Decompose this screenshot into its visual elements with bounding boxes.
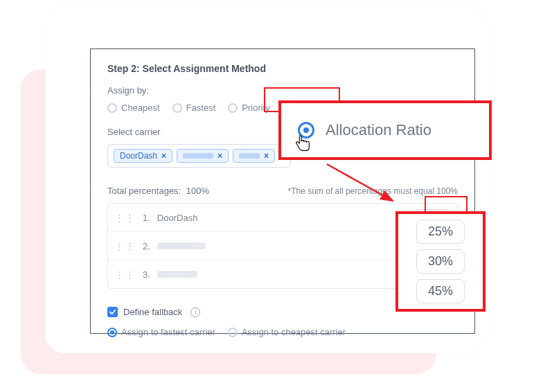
drag-handle-icon[interactable]: ⋮⋮ [115, 213, 136, 223]
drag-handle-icon[interactable]: ⋮⋮ [115, 241, 136, 251]
info-icon[interactable]: i [190, 308, 200, 317]
redacted-bar [183, 153, 213, 159]
radio-fallback-fastest[interactable]: Assign to fastest carrier [107, 327, 215, 337]
totals-label: Total percentages: [107, 186, 181, 196]
radio-fastest[interactable]: Fastest [172, 103, 216, 113]
chip-doordash[interactable]: DoorDash × [114, 149, 172, 163]
radio-fastest-label: Fastest [186, 103, 216, 113]
callout-pct-1: 25% [416, 220, 465, 244]
radio-dot-icon [107, 103, 117, 113]
totals-value: 100% [186, 186, 209, 196]
row-name [157, 269, 406, 280]
fallback-radio-group: Assign to fastest carrier Assign to chea… [107, 327, 458, 337]
radio-dot-icon [228, 328, 238, 337]
row-num: 1. [143, 213, 150, 223]
radio-dot-icon [172, 103, 182, 113]
chip-doordash-label: DoorDash [120, 151, 157, 161]
radio-fallback-cheapest[interactable]: Assign to cheapest carrier [228, 327, 346, 337]
chip-remove-icon[interactable]: × [264, 151, 269, 161]
step-title: Step 2: Select Assignment Method [107, 63, 458, 74]
radio-fallback-cheapest-label: Assign to cheapest carrier [242, 327, 346, 337]
arrow-icon [323, 161, 400, 209]
define-fallback-label: Define fallback [123, 307, 182, 317]
carrier-chip-input[interactable]: DoorDash × × × [107, 144, 291, 168]
hand-cursor-icon [292, 133, 312, 154]
callout-allocation-label: Allocation Ratio [326, 121, 431, 139]
chip-redacted-2[interactable]: × [233, 149, 275, 163]
row-name: DoorDash [157, 213, 406, 223]
totals-row: Total percentages: 100% *The sum of all … [107, 186, 458, 196]
row-name [157, 241, 406, 251]
callout-pct-2: 30% [416, 249, 465, 274]
radio-dot-icon [228, 103, 238, 113]
chip-remove-icon[interactable]: × [161, 151, 166, 161]
chip-redacted-1[interactable]: × [177, 149, 229, 163]
chip-remove-icon[interactable]: × [217, 151, 222, 161]
radio-fallback-fastest-label: Assign to fastest carrier [121, 327, 215, 337]
svg-line-0 [327, 164, 393, 201]
callout-pct-3: 45% [416, 279, 465, 303]
define-fallback-checkbox[interactable]: Define fallback i [107, 307, 200, 317]
callout-percentages: 25% 30% 45% [395, 211, 486, 312]
row-num: 2. [143, 241, 150, 251]
radio-cheapest[interactable]: Cheapest [107, 103, 160, 113]
totals-left: Total percentages: 100% [107, 186, 209, 196]
radio-cheapest-label: Cheapest [121, 103, 160, 113]
redacted-bar [239, 153, 260, 159]
radio-dot-icon [107, 328, 117, 337]
drag-handle-icon[interactable]: ⋮⋮ [115, 269, 136, 280]
row-num: 3. [143, 269, 150, 280]
checkbox-checked-icon [107, 307, 118, 317]
